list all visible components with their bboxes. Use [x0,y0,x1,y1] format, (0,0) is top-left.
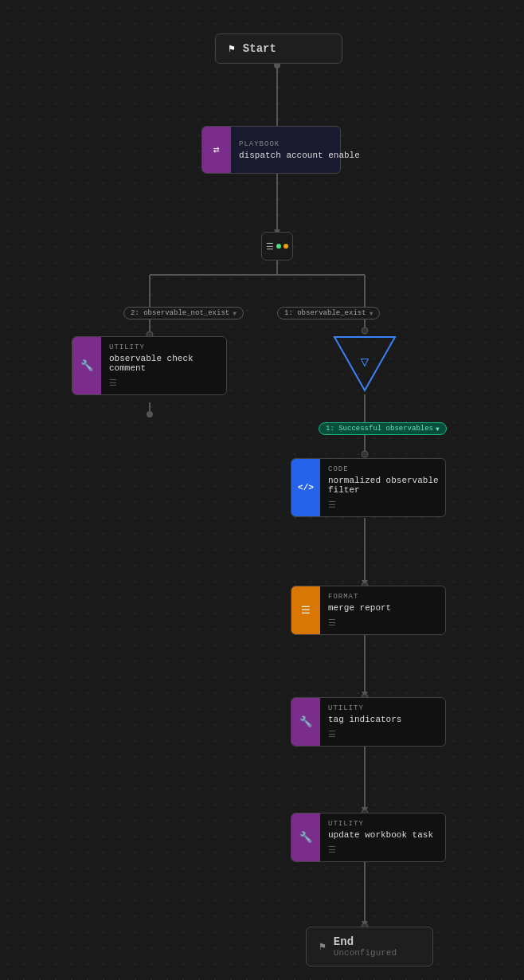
utility-check-file-icon: ☰ [109,378,218,388]
branch-not-exist-label[interactable]: 2: observable_not_exist ▼ [123,307,244,319]
utility-update-icon: 🔧 [299,831,312,844]
utility-tag-node[interactable]: 🔧 UTILITY tag indicators ☰ [291,697,446,747]
code-node[interactable]: </> CODE normalized observable filter ☰ [291,458,446,517]
flag-icon: ⚑ [229,42,235,55]
success-chevron: ▼ [436,425,440,433]
format-type-label: FORMAT [328,593,437,601]
utility-tag-file-icon: ☰ [328,729,437,739]
utility-tag-title: tag indicators [328,715,437,724]
success-badge-label: 1: Successful observables [326,425,433,433]
svg-marker-18 [362,692,368,697]
end-flag-icon: ⚑ [319,940,326,953]
svg-marker-16 [362,580,368,586]
code-title: normalized observable filter [328,476,439,495]
split-dot-green [276,244,281,249]
svg-point-12 [147,411,153,417]
svg-text:▽: ▽ [361,355,370,370]
success-badge[interactable]: 1: Successful observables ▼ [319,422,447,435]
start-label: Start [243,42,276,55]
end-label: End [334,935,397,948]
utility-update-file-icon: ☰ [328,845,437,855]
end-sublabel: Unconfigured [334,948,397,958]
format-title: merge report [328,603,437,613]
code-icon: </> [298,483,314,492]
branch-exist-label[interactable]: 1: observable_exist ▼ [277,307,380,319]
utility-icon: 🔧 [80,359,93,372]
svg-marker-20 [362,807,368,813]
utility-check-node[interactable]: 🔧 UTILITY observable check comment ☰ [72,336,227,395]
playbook-node[interactable]: ⇄ PLAYBOOK dispatch account enable [201,126,341,174]
utility-check-title: observable check comment [109,354,218,373]
utility-tag-icon: 🔧 [299,715,312,728]
flow-canvas: ⚑ Start ⇄ PLAYBOOK dispatch account enab… [0,0,524,980]
chevron-icon-2: ▼ [370,310,373,317]
split-dot-yellow [284,244,288,249]
svg-point-27 [362,451,368,457]
doc-icon: ☰ [266,241,274,252]
start-node[interactable]: ⚑ Start [215,33,342,64]
format-merge-node[interactable]: ☰ FORMAT merge report ☰ [291,586,446,635]
playbook-title: dispatch account enable [239,151,360,160]
playbook-type-label: PLAYBOOK [239,140,360,148]
utility-update-title: update workbook task [328,830,437,840]
code-type-label: CODE [328,465,439,473]
format-file-icon: ☰ [328,617,437,628]
utility-update-node[interactable]: 🔧 UTILITY update workbook task ☰ [291,813,446,862]
playbook-icon: ⇄ [213,143,220,156]
utility-update-type: UTILITY [328,820,437,828]
split-node[interactable]: ☰ [261,232,293,261]
svg-marker-14 [362,453,368,458]
svg-marker-22 [362,921,368,927]
format-icon: ☰ [301,604,311,617]
utility-tag-type: UTILITY [328,704,437,712]
chevron-icon: ▼ [233,310,237,317]
code-file-icon: ☰ [328,500,439,510]
filter-node[interactable]: ▽ [333,333,397,397]
utility-check-type: UTILITY [109,343,218,351]
end-node[interactable]: ⚑ End Unconfigured [306,927,433,966]
